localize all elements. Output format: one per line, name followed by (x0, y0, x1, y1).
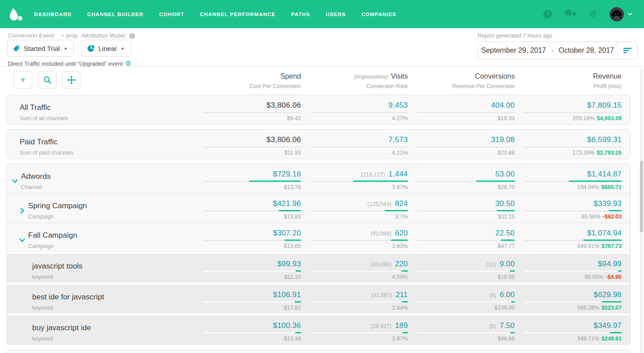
search-button[interactable] (38, 71, 56, 89)
revenue-value: $349.97 (593, 321, 622, 330)
column-header-revenue[interactable]: Revenue Profit (loss) (515, 71, 622, 89)
note-settings-gear-icon[interactable]: ⚙ (125, 59, 131, 67)
visits-cell: (33,090)220 4.09% (301, 259, 408, 283)
conversions-bar (417, 112, 515, 113)
nav-item[interactable]: CHANNEL PERFORMANCE (200, 12, 275, 17)
column-header-conversions[interactable]: Conversions Revenue Per Conversion (408, 71, 515, 89)
revenue-bar (524, 240, 622, 241)
row-title: Spring Campaign (28, 202, 87, 210)
table-header: + Spend Cost Per Conversion (Impressions… (6, 71, 631, 89)
direct-traffic-note: Direct Traffic included until “Upgraded”… (8, 59, 131, 67)
row-expand-chevron-icon[interactable] (13, 178, 19, 184)
visits-value: 189 (395, 321, 408, 330)
conversions-value: 30.50 (496, 199, 515, 208)
attribution-model-select[interactable]: Linear ▾ (81, 40, 131, 57)
profit-value: -$4.95 (606, 274, 622, 280)
conversion-rate-value: 3.97% (392, 336, 408, 342)
row-name-cell: javascript tools keyword (14, 259, 194, 283)
nav-item[interactable]: DASHBOARD (34, 12, 72, 17)
row-title: best ide for javascript (32, 293, 104, 302)
impressions-value: (218,127) (361, 172, 385, 178)
info-icon[interactable]: i (129, 33, 135, 39)
table-row[interactable]: Paid Traffic Sum of paid channels $3,806… (7, 130, 630, 159)
nav-item[interactable]: COHORT (159, 12, 184, 17)
table-row[interactable]: All Traffic Sum of all channels $3,806.0… (7, 95, 630, 124)
visits-bar (310, 332, 408, 333)
conversion-event-select[interactable]: Started Trial ▾ (7, 40, 74, 57)
revenue-value: $339.93 (593, 199, 622, 208)
search-icon (43, 76, 51, 84)
move-button[interactable] (62, 71, 80, 89)
table-row[interactable]: buy javascript ide keyword $100.36 $13.3… (7, 314, 630, 345)
help-icon[interactable]: ? (543, 10, 552, 18)
user-menu[interactable] (610, 7, 632, 21)
chat-icon[interactable] (564, 9, 576, 20)
app-logo-icon[interactable] (9, 6, 24, 22)
conversions-bar (417, 181, 515, 182)
impressions-value: (93,084) (371, 231, 392, 237)
plus-icon: + (20, 75, 25, 85)
table-row[interactable]: Adwords Channel $729.16 $13.76 (218,127)… (7, 164, 630, 193)
table-card: Paid Traffic Sum of paid channels $3,806… (6, 129, 631, 159)
revenue-per-conversion-value: $20.68 (498, 150, 515, 156)
visits-cell: (31,567)211 2.84% (301, 290, 408, 314)
settings-gear-icon[interactable]: ⚙ (589, 9, 597, 19)
date-separator: - (551, 47, 553, 54)
add-channel-button[interactable]: + (14, 71, 32, 89)
conversions-value: 7.50 (500, 321, 515, 330)
revenue-bar (524, 181, 622, 182)
conversion-rate-value: 4.21% (392, 150, 408, 156)
table-row[interactable]: best ide for javascript keyword $106.91 … (7, 283, 630, 314)
row-expand-chevron-icon[interactable] (20, 207, 26, 214)
row-subtitle: Sum of all channels (20, 115, 68, 122)
profit-value: $249.61 (602, 336, 622, 342)
row-name-cell: best ide for javascript keyword (14, 290, 194, 314)
date-range-button[interactable]: September 29, 2017 - October 28, 2017 (478, 42, 617, 59)
nav-item[interactable]: USERS (326, 12, 346, 17)
conversions-cell: (5)7.50 $46.66 (408, 320, 515, 345)
date-filter-button[interactable] (617, 42, 637, 59)
avatar[interactable] (610, 7, 624, 21)
visits-value: 9,453 (389, 101, 408, 110)
scrollbar-thumb[interactable] (640, 161, 643, 232)
revenue-bar (524, 112, 622, 113)
table-row[interactable]: javascript tools keyword $99.93 $11.10 (… (7, 252, 630, 283)
row-expand-chevron-icon[interactable] (20, 237, 26, 243)
row-title: Adwords (21, 172, 51, 181)
spend-bar (203, 302, 301, 303)
profit-percent-value: 173.39% (572, 150, 594, 156)
visits-cell: (93,084)620 3.63% (301, 228, 408, 252)
visits-bar (310, 302, 408, 303)
revenue-per-conversion-value: $26.70 (498, 184, 515, 190)
conversions-cell: (12)9.00 $10.55 (408, 259, 515, 283)
spend-cell: $421.96 $13.83 (194, 198, 301, 223)
nav-item[interactable]: COMPANIES (361, 12, 396, 17)
row-subtitle: Campaign (28, 214, 87, 220)
visits-value: 7,573 (389, 135, 408, 144)
column-header-visits[interactable]: (Impressions)Visits Conversion Rate (301, 71, 408, 89)
revenue-per-conversion-value: $19.33 (498, 115, 515, 122)
cost-per-conversion-value: $13.38 (284, 336, 301, 342)
filter-bar: Conversion Event + prop Attribution Mode… (0, 28, 644, 67)
conversion-rate-value: 3.7% (395, 214, 408, 220)
spend-value: $106.91 (273, 290, 301, 299)
revenue-per-conversion-value: $105.00 (495, 305, 515, 311)
nav-item[interactable]: CHANNEL BUILDER (87, 12, 144, 17)
filter-separator: : (76, 44, 78, 51)
nav-item[interactable]: PATHS (291, 12, 310, 17)
table-row[interactable]: Fall Campaign Campaign $307.20 $13.65 (9… (7, 223, 630, 252)
table-row[interactable]: Video Channel $990.90 675 14.00 $944.07 (7, 350, 630, 353)
column-header-spend[interactable]: Spend Cost Per Conversion (194, 71, 301, 89)
profit-value: $523.07 (602, 305, 622, 311)
add-prop-link[interactable]: + prop (61, 33, 77, 39)
profit-percent-value: 95.05% (585, 274, 603, 280)
table-row[interactable]: Spring Campaign Campaign $421.96 $13.83 … (7, 193, 630, 223)
scrollbar[interactable] (640, 68, 643, 353)
revenue-cell: $1,074.94 349.91% $767.73 (515, 228, 622, 252)
user-menu-caret-icon[interactable] (627, 13, 632, 16)
top-nav: DASHBOARDCHANNEL BUILDERCOHORTCHANNEL PE… (0, 0, 644, 28)
visits-cell: (125,043)824 3.7% (301, 198, 408, 223)
profit-value: -$82.03 (603, 214, 622, 220)
cost-per-conversion-value: $9.42 (287, 115, 301, 122)
spend-cell: $3,806.06 $11.93 (194, 134, 301, 159)
